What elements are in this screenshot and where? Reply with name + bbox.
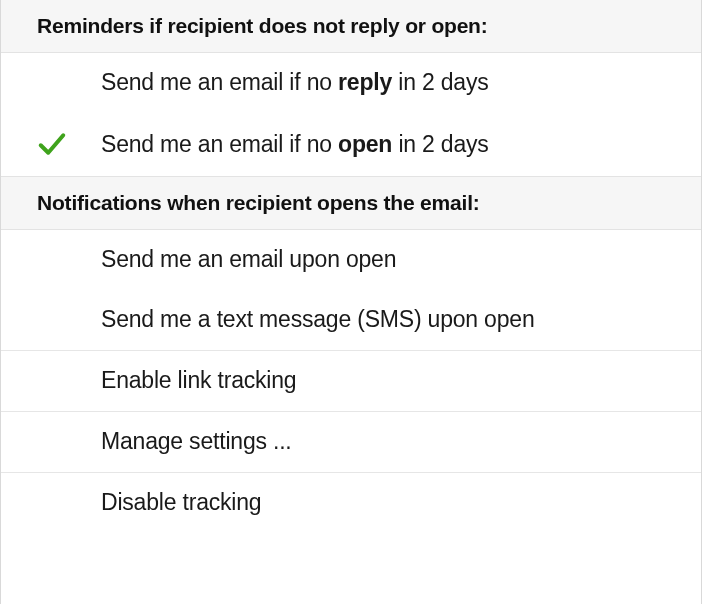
manage-settings-label: Manage settings ... [101,428,677,455]
reminders-header-text: Reminders if recipient does not reply or… [37,14,488,37]
reminder-no-open-check [37,129,101,159]
reminder-no-reply-item[interactable]: Send me an email if no reply in 2 days [1,53,701,113]
disable-tracking-item[interactable]: Disable tracking [1,473,701,533]
manage-settings-item[interactable]: Manage settings ... [1,412,701,472]
checkmark-icon [37,129,67,159]
notify-sms-open-label: Send me a text message (SMS) upon open [101,306,677,333]
disable-tracking-label: Disable tracking [101,489,677,516]
reminders-section-header: Reminders if recipient does not reply or… [1,0,701,53]
enable-link-tracking-label: Enable link tracking [101,367,677,394]
reminder-no-open-item[interactable]: Send me an email if no open in 2 days [1,113,701,176]
notify-email-open-item[interactable]: Send me an email upon open [1,230,701,290]
tracking-menu: Reminders if recipient does not reply or… [0,0,702,604]
reminder-no-open-label: Send me an email if no open in 2 days [101,131,677,158]
reminder-no-reply-label: Send me an email if no reply in 2 days [101,69,677,96]
notifications-header-text: Notifications when recipient opens the e… [37,191,480,214]
notify-sms-open-item[interactable]: Send me a text message (SMS) upon open [1,290,701,350]
enable-link-tracking-item[interactable]: Enable link tracking [1,351,701,411]
notify-email-open-label: Send me an email upon open [101,246,677,273]
notifications-section-header: Notifications when recipient opens the e… [1,176,701,230]
